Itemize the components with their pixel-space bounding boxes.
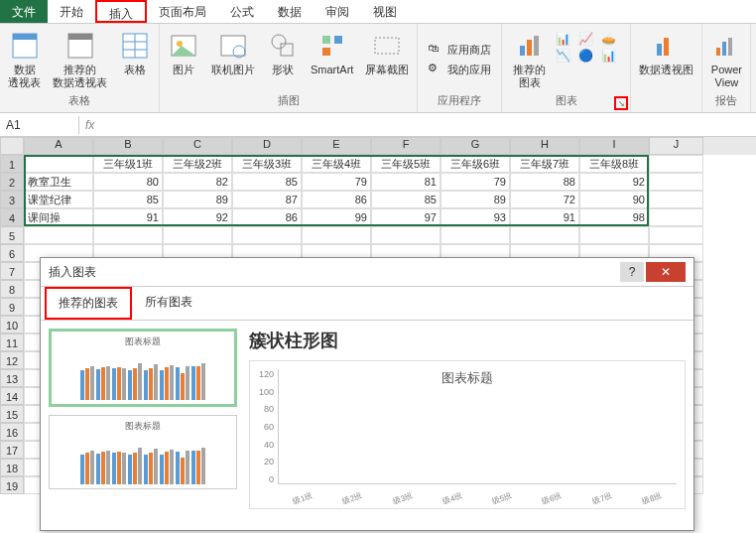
cell[interactable]: 72 xyxy=(510,191,579,208)
tab-insert[interactable]: 插入 xyxy=(95,0,147,23)
row-header[interactable]: 12 xyxy=(0,351,24,369)
cell[interactable] xyxy=(371,226,441,244)
row-header[interactable]: 19 xyxy=(0,476,24,494)
cell[interactable]: 91 xyxy=(510,208,579,226)
chart-type-icon[interactable]: 📊 xyxy=(556,32,575,46)
chart-thumbnail[interactable]: 图表标题 xyxy=(49,329,237,407)
row-header[interactable]: 15 xyxy=(0,405,24,423)
cell[interactable] xyxy=(24,155,93,173)
tab-data[interactable]: 数据 xyxy=(266,0,314,23)
cell[interactable] xyxy=(441,226,510,244)
tab-home[interactable]: 开始 xyxy=(48,0,95,23)
row-header[interactable]: 2 xyxy=(0,173,24,191)
cell[interactable]: 三年级6班 xyxy=(441,155,510,173)
tab-review[interactable]: 审阅 xyxy=(314,0,361,23)
cell[interactable]: 86 xyxy=(302,191,371,208)
cell[interactable]: 三年级8班 xyxy=(579,155,649,173)
charts-dialog-launcher[interactable]: ↘ xyxy=(614,96,628,110)
row-header[interactable]: 13 xyxy=(0,369,24,387)
select-all-corner[interactable] xyxy=(0,137,24,155)
cell[interactable]: 81 xyxy=(371,173,441,191)
tab-view[interactable]: 视图 xyxy=(361,0,409,23)
rec-charts-button[interactable]: 推荐的 图表 xyxy=(511,28,548,91)
cell[interactable]: 85 xyxy=(93,191,163,208)
cell[interactable]: 79 xyxy=(441,173,510,191)
cell[interactable]: 课间操 xyxy=(24,208,93,226)
dialog-tab-recommended[interactable]: 推荐的图表 xyxy=(45,287,132,320)
row-header[interactable]: 11 xyxy=(0,333,24,351)
pivotchart-button[interactable]: 数据透视图 xyxy=(637,28,695,78)
cell[interactable]: 三年级7班 xyxy=(510,155,579,173)
rec-pivot-button[interactable]: 推荐的 数据透视表 xyxy=(51,28,109,91)
chart-type-icon[interactable]: 🥧 xyxy=(601,32,621,46)
row-header[interactable]: 9 xyxy=(0,298,24,316)
cell[interactable]: 92 xyxy=(163,208,232,226)
online-picture-button[interactable]: 联机图片 xyxy=(209,28,257,78)
cell[interactable]: 97 xyxy=(371,208,441,226)
cell[interactable] xyxy=(579,226,649,244)
cell[interactable] xyxy=(510,226,579,244)
row-header[interactable]: 5 xyxy=(0,226,24,244)
fx-icon[interactable]: fx xyxy=(85,118,94,132)
row-header[interactable]: 7 xyxy=(0,262,24,280)
col-header[interactable]: D xyxy=(232,137,302,155)
cell[interactable]: 85 xyxy=(371,191,441,208)
shapes-button[interactable]: 形状 xyxy=(265,28,301,78)
dialog-titlebar[interactable]: 插入图表 ? ✕ xyxy=(41,258,693,287)
col-header[interactable]: A xyxy=(24,137,93,155)
cell[interactable]: 课堂纪律 xyxy=(24,191,93,208)
row-header[interactable]: 17 xyxy=(0,441,24,459)
screenshot-button[interactable]: 屏幕截图 xyxy=(363,28,411,78)
col-header[interactable]: C xyxy=(163,137,232,155)
cell[interactable] xyxy=(24,226,93,244)
cell[interactable]: 90 xyxy=(579,191,649,208)
cell[interactable] xyxy=(232,226,302,244)
my-apps-button[interactable]: ⚙我的应用 xyxy=(424,61,495,78)
col-header[interactable]: I xyxy=(579,137,649,155)
cell[interactable]: 93 xyxy=(441,208,510,226)
cell[interactable] xyxy=(649,226,703,244)
row-header[interactable]: 8 xyxy=(0,280,24,298)
col-header[interactable]: H xyxy=(510,137,579,155)
cell[interactable]: 82 xyxy=(163,173,232,191)
cell[interactable] xyxy=(649,173,703,191)
row-header[interactable]: 4 xyxy=(0,208,24,226)
table-button[interactable]: 表格 xyxy=(117,28,153,78)
row-header[interactable]: 3 xyxy=(0,191,24,208)
row-header[interactable]: 18 xyxy=(0,459,24,476)
tab-layout[interactable]: 页面布局 xyxy=(147,0,218,23)
chart-type-icon[interactable]: 📉 xyxy=(556,49,575,63)
cell[interactable]: 89 xyxy=(441,191,510,208)
row-header[interactable]: 14 xyxy=(0,387,24,405)
col-header[interactable]: F xyxy=(371,137,441,155)
cell[interactable] xyxy=(649,191,703,208)
cell[interactable] xyxy=(302,226,371,244)
chart-thumbnail[interactable]: 图表标题 xyxy=(49,415,237,489)
dialog-help-button[interactable]: ? xyxy=(620,262,644,282)
col-header[interactable]: G xyxy=(441,137,510,155)
cell[interactable]: 三年级5班 xyxy=(371,155,441,173)
cell[interactable]: 三年级1班 xyxy=(93,155,163,173)
cell[interactable] xyxy=(93,226,163,244)
tab-formula[interactable]: 公式 xyxy=(218,0,266,23)
row-header[interactable]: 16 xyxy=(0,423,24,441)
dialog-close-button[interactable]: ✕ xyxy=(646,262,686,282)
cell[interactable] xyxy=(649,155,703,173)
row-header[interactable]: 10 xyxy=(0,316,24,333)
chart-type-icon[interactable]: 📊 xyxy=(601,49,621,63)
cell[interactable]: 89 xyxy=(163,191,232,208)
name-box[interactable]: A1 xyxy=(0,116,79,134)
cell[interactable]: 88 xyxy=(510,173,579,191)
cell[interactable]: 92 xyxy=(579,173,649,191)
cell[interactable]: 98 xyxy=(579,208,649,226)
cell[interactable]: 三年级3班 xyxy=(232,155,302,173)
col-header[interactable]: B xyxy=(93,137,163,155)
dialog-tab-all[interactable]: 所有图表 xyxy=(132,287,205,320)
col-header[interactable]: E xyxy=(302,137,371,155)
chart-type-icon[interactable]: 🔵 xyxy=(578,49,598,63)
tab-file[interactable]: 文件 xyxy=(0,0,48,23)
row-header[interactable]: 6 xyxy=(0,244,24,262)
chart-type-icon[interactable]: 📈 xyxy=(578,32,598,46)
cell[interactable] xyxy=(649,208,703,226)
cell[interactable]: 三年级2班 xyxy=(163,155,232,173)
